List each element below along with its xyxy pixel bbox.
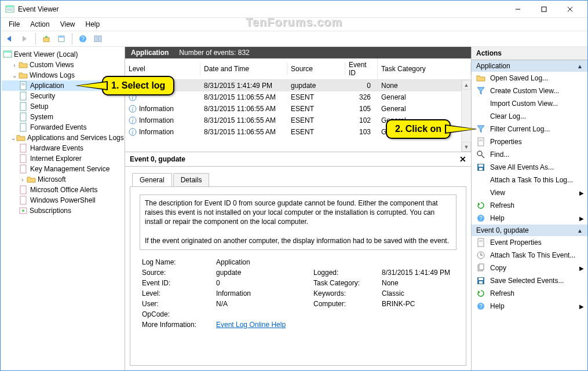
cell-task: General [378,92,461,102]
tree-hardware[interactable]: Hardware Events [2,143,123,153]
svg-rect-20 [20,82,26,90]
action-find[interactable]: Find... [472,148,587,161]
action-create-custom-view[interactable]: Create Custom View... [472,85,587,97]
actions-section-application[interactable]: Application ▲ [472,60,587,72]
cell-date: 8/31/2015 11:06:55 AM [200,92,287,102]
detail-tabs: General Details [130,173,466,187]
properties-button[interactable] [54,32,68,45]
action-copy[interactable]: Copy▶ [472,262,587,274]
action-help[interactable]: ?Help▶ [472,300,587,313]
svg-rect-26 [20,123,26,131]
subscriptions-icon [19,206,28,215]
tab-details[interactable]: Details [173,173,210,186]
detail-close-button[interactable]: ✕ [459,155,466,164]
v-user: N/A [216,300,309,308]
log-icon [19,91,28,101]
app-icon [5,5,14,14]
action-refresh[interactable]: Refresh [472,199,587,212]
up-button[interactable] [39,32,53,45]
table-row[interactable]: 8/31/2015 1:41:49 PMgupdate0None [125,80,461,91]
vertical-scrollbar[interactable]: ▲ ▼ [461,80,471,152]
tab-general[interactable]: General [132,173,172,186]
tree-subscriptions[interactable]: Subscriptions [2,205,123,216]
svg-rect-65 [479,281,483,284]
action-refresh[interactable]: Refresh [472,287,587,300]
view-button[interactable] [91,32,105,45]
log-icon [19,164,28,174]
scroll-up-button[interactable]: ▲ [462,80,471,90]
svg-rect-25 [20,113,26,121]
action-label: Create Custom View... [490,87,559,95]
action-label: View [490,189,505,197]
action-import-custom-view[interactable]: Import Custom View... [472,97,587,110]
cell-source: ESENT [287,104,345,114]
menu-action[interactable]: Action [25,19,54,30]
cell-level: Information [139,105,174,113]
col-source[interactable]: Source [287,63,345,75]
tree-microsoft[interactable]: ›Microsoft [2,174,123,185]
forward-button[interactable] [18,32,32,45]
expander-icon[interactable]: ⌄ [11,72,18,79]
table-row[interactable]: iInformation8/31/2015 11:06:55 AMESENT10… [125,103,461,115]
action-clear-log[interactable]: Clear Log... [472,110,587,123]
expander-icon[interactable]: › [11,62,18,68]
action-filter-current-log[interactable]: Filter Current Log... [472,123,587,135]
svg-rect-57 [479,241,483,242]
tree-label: System [30,113,53,121]
col-level[interactable]: Level [125,63,200,75]
actions-section-event[interactable]: Event 0, gupdate ▲ [472,225,587,236]
grid-body[interactable]: 8/31/2015 1:41:49 PMgupdate0Nonei8/31/20… [125,80,461,152]
tree-ie[interactable]: Internet Explorer [2,153,123,164]
tree-custom-views[interactable]: ›Custom Views [2,60,123,70]
expander-icon[interactable]: ⌄ [11,135,16,141]
menu-file[interactable]: File [4,19,24,30]
minimize-button[interactable] [505,1,531,17]
menu-help[interactable]: Help [81,19,105,30]
action-open-saved-log[interactable]: Open Saved Log... [472,72,587,85]
close-button[interactable] [557,1,583,17]
description-box[interactable]: The description for Event ID 0 from sour… [140,194,456,250]
tree-label: Hardware Events [30,144,83,152]
tree-label: Forwarded Events [30,123,86,131]
tree-system[interactable]: System [2,112,123,122]
action-save-all-events-as[interactable]: Save All Events As... [472,161,587,174]
log-icon [19,196,28,205]
col-task[interactable]: Task Category [378,63,471,75]
tree-kms[interactable]: Key Management Service [2,164,123,174]
back-button[interactable] [3,32,17,45]
action-event-properties[interactable]: Event Properties [472,236,587,249]
help-button[interactable]: ? [76,32,90,45]
svg-text:?: ? [479,215,483,222]
table-row[interactable]: i8/31/2015 11:06:55 AMESENT326General [125,91,461,103]
action-help[interactable]: ?Help▶ [472,212,587,225]
col-date[interactable]: Date and Time [200,63,287,75]
toolbar-divider-2 [72,33,72,45]
menu-view[interactable]: View [56,19,80,30]
col-eventid[interactable]: Event ID [345,58,378,79]
maximize-button[interactable] [531,1,557,17]
scroll-down-button[interactable]: ▼ [462,142,471,152]
link-online-help[interactable]: Event Log Online Help [216,321,286,329]
action-save-selected-events[interactable]: Save Selected Events... [472,274,587,287]
tree-powershell[interactable]: Windows PowerShell [2,195,123,205]
section-label: Application [476,62,510,70]
expander-icon[interactable]: › [19,177,26,183]
tree-label: Windows PowerShell [30,196,96,204]
detail-header: Event 0, gupdate ✕ [125,152,471,167]
action-properties[interactable]: Properties [472,135,587,148]
tree-root[interactable]: Event Viewer (Local) [2,49,123,60]
tree-office-alerts[interactable]: Microsoft Office Alerts [2,185,123,195]
action-label: Attach Task To This Event... [490,251,575,259]
funnel-icon [476,86,485,95]
action-attach-a-task-to-this-log[interactable]: Attach a Task To this Log... [472,174,587,186]
tree-forwarded[interactable]: Forwarded Events [2,122,123,133]
callout-text: 1. Select log [111,80,165,90]
svg-rect-13 [59,36,64,38]
callout-text: 2. Click on [395,124,441,134]
tree-setup[interactable]: Setup [2,101,123,112]
action-attach-task-to-this-event[interactable]: Attach Task To This Event... [472,249,587,262]
tree-app-services[interactable]: ⌄Applications and Services Logs [2,133,123,143]
list-header: Application Number of events: 832 [125,47,471,58]
action-view[interactable]: View▶ [472,186,587,199]
folder-icon [476,74,485,83]
